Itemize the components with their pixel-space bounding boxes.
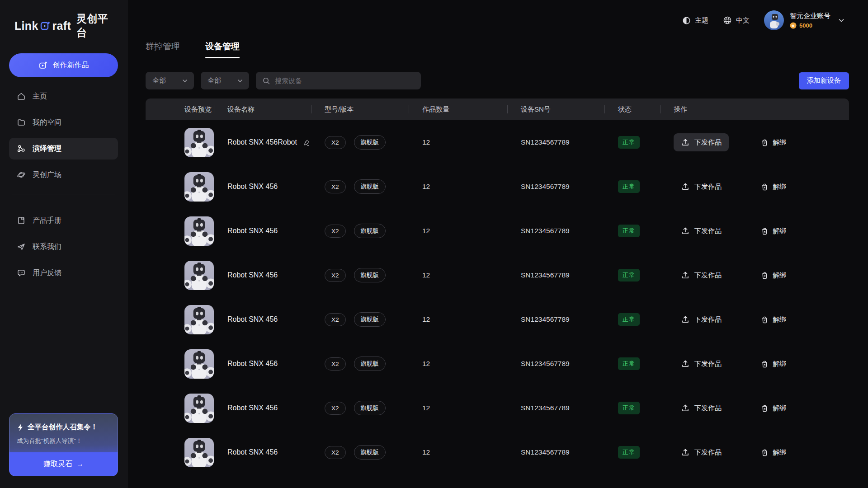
device-thumbnail bbox=[184, 438, 214, 467]
unbind-button[interactable]: 解绑 bbox=[760, 227, 786, 235]
model-badge: X2 bbox=[325, 180, 346, 193]
deploy-button[interactable]: 下发作品 bbox=[674, 355, 729, 373]
deploy-button[interactable]: 下发作品 bbox=[674, 133, 729, 151]
table-row: Robot SNX 456 X2 旗舰版 12 SN1234567789 正常 … bbox=[146, 430, 849, 474]
create-new-work-button[interactable]: 创作新作品 bbox=[9, 53, 118, 77]
status-badge: 正常 bbox=[618, 402, 640, 414]
unbind-label: 解绑 bbox=[773, 360, 786, 368]
promo-content: 全平台创作人召集令！ 成为首批"机器人导演"！ bbox=[9, 414, 118, 452]
works-count: 12 bbox=[422, 183, 430, 191]
brand-name-suffix: raft bbox=[52, 19, 71, 33]
column-header-sn: 设备SN号 bbox=[507, 105, 604, 114]
deploy-button[interactable]: 下发作品 bbox=[674, 266, 729, 284]
sidebar-divider bbox=[12, 194, 115, 194]
deploy-button[interactable]: 下发作品 bbox=[674, 443, 729, 461]
unbind-label: 解绑 bbox=[773, 138, 786, 147]
deploy-label: 下发作品 bbox=[694, 227, 722, 235]
tab-group-control[interactable]: 群控管理 bbox=[146, 41, 180, 58]
deploy-button[interactable]: 下发作品 bbox=[674, 222, 729, 240]
unbind-button[interactable]: 解绑 bbox=[760, 271, 786, 280]
upload-icon bbox=[681, 359, 690, 368]
theme-toggle[interactable]: 主题 bbox=[682, 16, 708, 25]
status-badge: 正常 bbox=[618, 313, 640, 326]
deploy-label: 下发作品 bbox=[694, 404, 722, 413]
sidebar-item-contact-us[interactable]: 联系我们 bbox=[9, 236, 118, 258]
add-device-button[interactable]: 添加新设备 bbox=[799, 72, 849, 89]
topbar: 主题 中文 智元企业账号 bbox=[146, 0, 849, 41]
unbind-button[interactable]: 解绑 bbox=[760, 315, 786, 324]
tab-device-management[interactable]: 设备管理 bbox=[205, 41, 240, 58]
device-thumbnail bbox=[184, 305, 214, 334]
brand-name-prefix: Link bbox=[14, 19, 38, 33]
deploy-button[interactable]: 下发作品 bbox=[674, 399, 729, 417]
upload-icon bbox=[681, 182, 690, 191]
search-input[interactable] bbox=[275, 77, 415, 84]
column-header-status: 状态 bbox=[604, 105, 660, 114]
promo-card: 全平台创作人召集令！ 成为首批"机器人导演"！ 赚取灵石 → bbox=[9, 413, 118, 476]
sidebar-item-label: 用户反馈 bbox=[33, 268, 61, 278]
main-area: 主题 中文 智元企业账号 bbox=[127, 0, 868, 488]
device-search bbox=[256, 72, 421, 89]
trash-icon bbox=[760, 227, 769, 235]
sidebar-item-label: 我的空间 bbox=[33, 118, 61, 127]
sidebar-item-my-space[interactable]: 我的空间 bbox=[9, 112, 118, 133]
column-header-operations: 操作 bbox=[660, 105, 849, 114]
language-label: 中文 bbox=[736, 16, 750, 25]
table-body: Robot SNX 456Robot X2 旗舰版 12 SN123456778… bbox=[146, 120, 849, 474]
deploy-button[interactable]: 下发作品 bbox=[674, 178, 729, 196]
model-badge: X2 bbox=[325, 225, 346, 238]
status-badge: 正常 bbox=[618, 180, 640, 193]
table-row: Robot SNX 456 X2 旗舰版 12 SN1234567789 正常 … bbox=[146, 164, 849, 209]
device-thumbnail bbox=[184, 128, 214, 157]
unbind-button[interactable]: 解绑 bbox=[760, 138, 786, 147]
device-thumbnail bbox=[184, 261, 214, 290]
unbind-button[interactable]: 解绑 bbox=[760, 183, 786, 191]
sidebar-item-label: 联系我们 bbox=[33, 242, 61, 252]
unbind-button[interactable]: 解绑 bbox=[760, 360, 786, 368]
trash-icon bbox=[760, 404, 769, 413]
device-sn: SN1234567789 bbox=[521, 360, 570, 368]
earn-gems-button[interactable]: 赚取灵石 → bbox=[9, 452, 118, 476]
sidebar-item-home[interactable]: 主页 bbox=[9, 85, 118, 107]
sidebar-item-performance-management[interactable]: 演绎管理 bbox=[9, 138, 118, 160]
status-badge: 正常 bbox=[618, 446, 640, 459]
deploy-label: 下发作品 bbox=[694, 315, 722, 324]
device-name: Robot SNX 456 bbox=[227, 448, 278, 456]
filter-dropdown-1[interactable]: 全部 bbox=[146, 72, 194, 89]
device-sn: SN1234567789 bbox=[521, 315, 570, 324]
deploy-label: 下发作品 bbox=[694, 183, 722, 191]
filter-dropdown-2[interactable]: 全部 bbox=[201, 72, 249, 89]
unbind-label: 解绑 bbox=[773, 404, 786, 413]
status-badge: 正常 bbox=[618, 357, 640, 370]
upload-icon bbox=[681, 226, 690, 235]
deploy-label: 下发作品 bbox=[694, 360, 722, 368]
upload-icon bbox=[681, 448, 690, 457]
unbind-label: 解绑 bbox=[773, 315, 786, 324]
trash-icon bbox=[760, 183, 769, 191]
globe-icon bbox=[723, 16, 732, 25]
trash-icon bbox=[760, 448, 769, 457]
model-badge: X2 bbox=[325, 136, 346, 149]
sidebar-item-label: 演绎管理 bbox=[33, 144, 61, 154]
edition-badge: 旗舰版 bbox=[354, 224, 386, 238]
lightning-icon bbox=[17, 423, 24, 432]
edition-badge: 旗舰版 bbox=[354, 179, 386, 194]
unbind-button[interactable]: 解绑 bbox=[760, 448, 786, 457]
device-thumbnail bbox=[184, 216, 214, 246]
column-header-preview: 设备预览 bbox=[146, 105, 214, 114]
works-count: 12 bbox=[422, 448, 430, 456]
promo-title: 全平台创作人召集令！ bbox=[28, 422, 98, 432]
unbind-button[interactable]: 解绑 bbox=[760, 404, 786, 413]
column-header-name: 设备名称 bbox=[214, 105, 311, 114]
deploy-button[interactable]: 下发作品 bbox=[674, 310, 729, 328]
sidebar-item-product-manual[interactable]: 产品手册 bbox=[9, 210, 118, 231]
sidebar-item-plaza[interactable]: 灵创广场 bbox=[9, 164, 118, 186]
account-menu[interactable]: 智元企业账号 5000 bbox=[764, 10, 845, 30]
edition-badge: 旗舰版 bbox=[354, 268, 386, 282]
sidebar-nav-secondary: 产品手册 联系我们 用 bbox=[9, 210, 118, 288]
sidebar-item-user-feedback[interactable]: 用户反馈 bbox=[9, 262, 118, 284]
unbind-label: 解绑 bbox=[773, 227, 786, 235]
table-row: Robot SNX 456 X2 旗舰版 12 SN1234567789 正常 … bbox=[146, 342, 849, 386]
edit-name-icon[interactable] bbox=[302, 138, 311, 147]
language-switch[interactable]: 中文 bbox=[723, 16, 750, 25]
